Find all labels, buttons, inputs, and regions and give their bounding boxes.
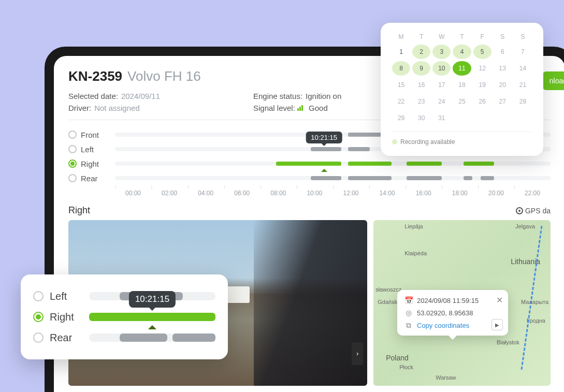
calendar-day-cell[interactable]: 12 <box>473 61 491 76</box>
camera-radio-left[interactable]: Left <box>68 145 115 154</box>
time-axis-tick: 10:00 <box>296 190 332 197</box>
current-camera-label: Right <box>68 205 90 216</box>
calendar-day-cell[interactable]: 19 <box>473 78 491 92</box>
calendar-day-cell[interactable]: 24 <box>432 94 451 109</box>
calendar-day-cell[interactable]: 29 <box>392 111 410 125</box>
vehicle-id: KN-2359 <box>68 68 122 84</box>
zoom-label-rear: Rear <box>50 332 83 344</box>
map-city-label: Warsaw <box>436 374 456 381</box>
calendar-day-header: M <box>392 33 410 40</box>
zoom-radio-rear[interactable] <box>33 332 44 343</box>
close-icon[interactable]: ✕ <box>496 295 503 305</box>
calendar-day-cell[interactable]: 5 <box>473 45 491 59</box>
calendar-day-cell[interactable]: 17 <box>432 78 451 92</box>
calendar-day-cell[interactable]: 7 <box>514 45 532 59</box>
map-city-label: Liepāja <box>404 223 423 229</box>
calendar-day-cell[interactable]: 22 <box>392 94 410 109</box>
camera-radio-right[interactable]: Right <box>68 159 115 168</box>
time-axis-tick: 14:00 <box>369 190 406 197</box>
calendar-day-cell[interactable]: 27 <box>494 94 512 109</box>
calendar-day-cell[interactable]: 23 <box>412 94 430 109</box>
calendar-day-header: T <box>453 33 471 40</box>
calendar-card: MTWTFSS 12345678910111213141516171819202… <box>381 23 543 156</box>
time-axis-tick: 22:00 <box>514 190 551 197</box>
calendar-day-cell[interactable]: 10 <box>432 61 451 76</box>
zoom-track-right[interactable]: 10:21:15 <box>89 313 215 321</box>
map-city-label: Gdańsk <box>378 299 397 305</box>
calendar-day-cell[interactable]: 8 <box>392 61 410 76</box>
time-tooltip: 10:21:15 <box>306 132 342 143</box>
calendar-days-header: MTWTFSS <box>392 33 532 40</box>
engine-status-value: Ignition on <box>306 92 341 100</box>
calendar-day-cell[interactable]: 3 <box>432 45 451 59</box>
calendar-day-cell[interactable]: 28 <box>514 94 532 109</box>
legend-label: Recording available <box>400 138 455 146</box>
target-icon <box>516 207 523 214</box>
download-button[interactable]: nload <box>542 71 564 90</box>
calendar-day-cell[interactable]: 13 <box>494 61 512 76</box>
calendar-day-cell[interactable]: 20 <box>494 78 512 92</box>
calendar-day-cell[interactable]: 9 <box>412 61 430 76</box>
camera-radio-rear[interactable]: Rear <box>68 174 115 183</box>
zoom-radio-right[interactable] <box>33 312 44 322</box>
signal-level-value: Good <box>309 104 328 112</box>
calendar-day-header: W <box>432 33 451 40</box>
time-axis-tick: 20:00 <box>478 190 514 197</box>
calendar-day-cell <box>494 111 512 125</box>
time-axis-tick: 06:00 <box>224 190 260 197</box>
calendar-day-cell[interactable]: 1 <box>392 45 410 59</box>
calendar-day-cell[interactable]: 31 <box>432 111 451 125</box>
calendar-grid: 1234567891011121314151617181920212223242… <box>392 45 532 125</box>
calendar-day-cell[interactable]: 30 <box>412 111 430 125</box>
calendar-day-cell <box>473 111 491 125</box>
calendar-day-cell[interactable]: 26 <box>473 94 491 109</box>
zoom-marker-icon[interactable] <box>148 321 156 329</box>
zoom-track-rear[interactable] <box>89 333 215 342</box>
calendar-day-cell <box>453 111 471 125</box>
camera-label-rear: Rear <box>81 174 98 183</box>
calendar-day-header: T <box>412 33 430 40</box>
timeline-rear[interactable] <box>115 176 551 180</box>
gps-data-label[interactable]: GPS da <box>516 205 551 216</box>
calendar-day-cell[interactable]: 4 <box>453 45 471 59</box>
zoom-label-right: Right <box>50 311 83 323</box>
map-country-label: Lithuania <box>511 257 540 266</box>
calendar-day-cell[interactable]: 11 <box>453 61 471 76</box>
camera-label-left: Left <box>81 145 94 154</box>
timeline-marker-icon[interactable] <box>321 166 327 172</box>
play-button[interactable]: ▶ <box>491 319 503 330</box>
driver-value: Not assigned <box>94 104 140 112</box>
map-country-label: Poland <box>386 354 409 362</box>
camera-radio-front[interactable]: Front <box>68 130 115 139</box>
calendar-day-cell[interactable]: 15 <box>392 78 410 92</box>
zoom-radio-left[interactable] <box>33 291 44 301</box>
calendar-day-cell[interactable]: 16 <box>412 78 430 92</box>
calendar-day-cell[interactable]: 6 <box>494 45 512 59</box>
time-axis-tick: 02:00 <box>151 190 187 197</box>
next-frame-button[interactable]: › <box>352 342 363 365</box>
camera-label-front: Front <box>81 130 99 139</box>
location-icon: ◎ <box>404 309 413 317</box>
calendar-icon: 📅 <box>404 296 413 304</box>
timeline-zoom-card: Left Right 10:21:15 Rear <box>21 274 228 359</box>
time-axis-tick: 16:00 <box>406 190 442 197</box>
legend-dot-icon <box>392 139 397 144</box>
time-axis-tick: 04:00 <box>187 190 224 197</box>
copy-coordinates-link[interactable]: Copy coordinates <box>417 322 469 329</box>
map-city-label: Białystok <box>497 339 519 345</box>
calendar-day-cell[interactable]: 25 <box>453 94 471 109</box>
calendar-day-cell[interactable]: 18 <box>453 78 471 92</box>
calendar-day-header: F <box>473 33 491 40</box>
camera-label-right: Right <box>81 159 99 168</box>
popup-coordinates: 53.02920, 8.95638 <box>417 309 473 317</box>
calendar-day-cell <box>514 111 532 125</box>
time-axis-tick: 18:00 <box>442 190 478 197</box>
signal-bars-icon <box>297 104 303 112</box>
calendar-day-cell[interactable]: 21 <box>514 78 532 92</box>
calendar-day-cell[interactable]: 2 <box>412 45 430 59</box>
selected-date-label: Selected date: <box>68 92 118 100</box>
copy-icon: ⧉ <box>404 321 413 329</box>
calendar-day-cell[interactable]: 14 <box>514 61 532 76</box>
calendar-day-header: S <box>494 33 512 40</box>
timeline-right[interactable] <box>115 162 551 166</box>
